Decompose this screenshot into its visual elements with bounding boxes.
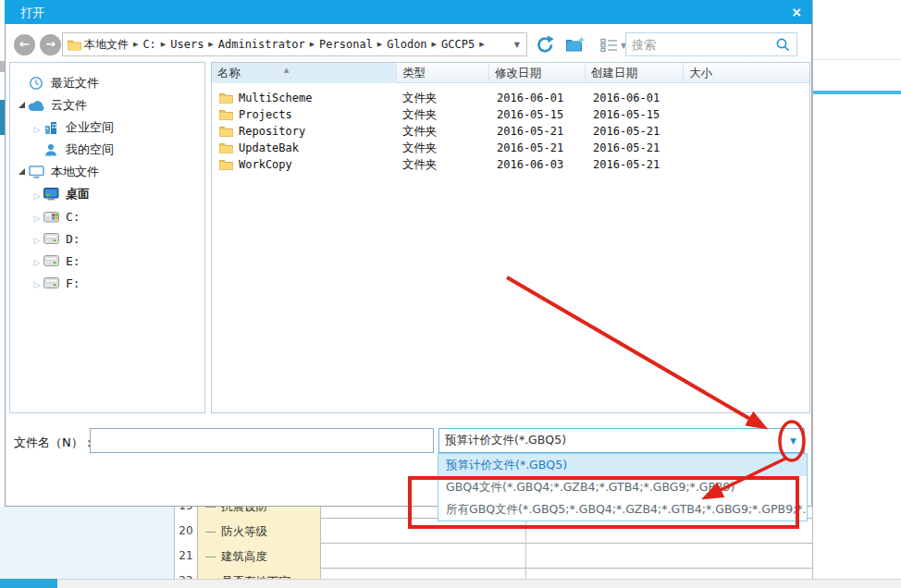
sidebar-item-drive-d[interactable]: D: <box>10 228 204 249</box>
folder-icon <box>68 39 81 51</box>
tree-collapsed-icon[interactable] <box>32 121 42 135</box>
breadcrumb-segment[interactable]: 本地文件 <box>81 37 131 53</box>
row-name: 是否有地下室 <box>198 569 321 579</box>
column-header-created[interactable]: 创建日期 <box>586 63 684 83</box>
sidebar-item-label: D: <box>66 232 80 246</box>
file-row[interactable]: Repository 文件夹 2016-05-21 2016-05-21 <box>212 123 809 140</box>
background-panel <box>0 507 174 579</box>
filetype-option-gbq5[interactable]: 预算计价文件(*.GBQ5) <box>438 454 807 476</box>
drive-icon <box>42 233 60 244</box>
search-input[interactable] <box>626 38 775 52</box>
tree-expanded-icon[interactable] <box>19 168 25 175</box>
computer-icon <box>27 165 45 178</box>
table-row: 21 建筑高度 <box>175 544 812 569</box>
breadcrumb-dropdown-icon[interactable] <box>514 41 520 49</box>
search-icon[interactable] <box>775 37 791 53</box>
column-header-modified[interactable]: 修改日期 <box>489 63 586 83</box>
tree-collapsed-icon[interactable] <box>32 210 42 224</box>
breadcrumb[interactable]: 本地文件 C: Users Administrator Personal Glo… <box>62 32 527 56</box>
column-label: 类型 <box>402 66 426 80</box>
refresh-button[interactable] <box>536 35 555 58</box>
sidebar-item-label: 我的空间 <box>66 141 114 158</box>
drive-c-icon <box>42 211 60 223</box>
row-number: 20 <box>175 519 198 544</box>
dialog-titlebar[interactable]: 打开 <box>5 0 812 24</box>
view-mode-button[interactable] <box>600 38 626 53</box>
file-name: UpdateBak <box>239 141 299 154</box>
file-type: 文件夹 <box>397 107 489 123</box>
tree-collapsed-icon[interactable] <box>32 276 42 290</box>
row-name: 建筑高度 <box>198 544 321 569</box>
file-name-cell[interactable]: Projects <box>212 108 397 121</box>
breadcrumb-separator-icon <box>376 41 384 48</box>
file-name-cell[interactable]: Repository <box>212 125 397 138</box>
file-list-header: 名称 类型 修改日期 创建日期 大小 <box>212 63 809 83</box>
tree-collapsed-icon[interactable] <box>32 254 42 268</box>
tree-connector <box>205 532 216 533</box>
breadcrumb-segment[interactable]: Users <box>167 38 206 51</box>
file-name-cell[interactable]: MultiScheme <box>212 92 397 104</box>
row-number: 21 <box>175 544 198 569</box>
file-row[interactable]: MultiScheme 文件夹 2016-06-01 2016-06-01 <box>212 90 809 106</box>
sidebar-tree: 最近文件 云文件 企业空间 我的空间 本地文件 <box>9 62 205 413</box>
screen: 19 抗震设防 20 防火等级 21 建筑高度 22 是否有地下室 <box>0 0 901 588</box>
filename-input[interactable] <box>90 428 434 453</box>
sidebar-item-label: 桌面 <box>66 186 90 202</box>
chevron-down-icon[interactable] <box>790 436 796 446</box>
sidebar-item-drive-e[interactable]: E: <box>10 251 204 271</box>
new-folder-button[interactable] <box>565 35 586 56</box>
file-name: WorkCopy <box>239 158 292 171</box>
tree-collapsed-icon[interactable] <box>32 232 42 246</box>
row-value <box>321 544 526 569</box>
column-label: 修改日期 <box>495 66 541 80</box>
sidebar-item-label: 本地文件 <box>51 164 99 180</box>
sidebar-item-local-files[interactable]: 本地文件 <box>10 162 204 182</box>
sidebar-item-drive-f[interactable]: F: <box>10 273 204 293</box>
file-created-date: 2016-06-01 <box>586 92 684 104</box>
row-value2 <box>526 544 812 569</box>
breadcrumb-separator-icon <box>308 41 316 48</box>
file-row[interactable]: Projects 文件夹 2016-05-15 2016-05-15 <box>212 106 809 123</box>
file-name-cell[interactable]: WorkCopy <box>212 158 397 171</box>
tree-expanded-icon[interactable] <box>19 102 25 108</box>
column-header-name[interactable]: 名称 <box>212 63 397 83</box>
filetype-option-all-gbq[interactable]: 所有GBQ文件(*.GBQ5;*.GBQ4;*.GZB4;*.GTB4;*.GB… <box>438 498 807 521</box>
column-header-size[interactable]: 大小 <box>684 63 809 83</box>
file-name-cell[interactable]: UpdateBak <box>212 141 397 154</box>
sidebar-item-my-space[interactable]: 我的空间 <box>10 140 204 160</box>
background-taskbar-button[interactable] <box>0 579 57 588</box>
file-created-date: 2016-05-15 <box>586 108 684 121</box>
file-modified-date: 2016-05-21 <box>489 141 586 154</box>
back-button[interactable] <box>14 34 35 55</box>
row-value2 <box>526 569 812 579</box>
column-header-type[interactable]: 类型 <box>397 63 489 83</box>
close-icon[interactable] <box>788 4 805 20</box>
search-box[interactable] <box>625 32 797 56</box>
filetype-dropdown-list: 预算计价文件(*.GBQ5) GBQ4文件(*.GBQ4;*.GZB4;*.GT… <box>438 453 808 521</box>
sidebar-item-cloud-files[interactable]: 云文件 <box>10 95 204 116</box>
sidebar-item-recent-files[interactable]: 最近文件 <box>10 73 204 93</box>
filetype-combobox[interactable]: 预算计价文件(*.GBQ5) <box>438 428 805 453</box>
column-label: 名称 <box>217 66 241 80</box>
sidebar-item-enterprise-space[interactable]: 企业空间 <box>10 117 204 138</box>
sidebar-item-label: 云文件 <box>51 97 87 114</box>
sidebar-item-desktop[interactable]: 桌面 <box>10 184 204 204</box>
tree-collapsed-icon[interactable] <box>32 188 42 202</box>
refresh-icon <box>536 35 555 55</box>
filename-label: 文件名（N）： <box>14 435 95 451</box>
breadcrumb-segment[interactable]: Administrator <box>216 38 308 51</box>
file-row[interactable]: WorkCopy 文件夹 2016-06-03 2016-05-21 <box>212 156 809 173</box>
table-row: 22 是否有地下室 <box>175 569 812 579</box>
forward-button[interactable] <box>40 34 61 55</box>
file-type: 文件夹 <box>397 91 489 106</box>
drive-icon <box>42 277 60 288</box>
breadcrumb-segment[interactable]: GCCP5 <box>438 38 477 51</box>
breadcrumb-segment[interactable]: Glodon <box>384 38 429 51</box>
breadcrumb-segment[interactable]: C: <box>140 38 158 51</box>
person-icon <box>42 143 60 156</box>
folder-icon <box>219 109 233 120</box>
breadcrumb-segment[interactable]: Personal <box>316 38 376 51</box>
sidebar-item-drive-c[interactable]: C: <box>10 206 204 227</box>
file-row[interactable]: UpdateBak 文件夹 2016-05-21 2016-05-21 <box>212 140 809 156</box>
filetype-option-gbq4[interactable]: GBQ4文件(*.GBQ4;*.GZB4;*.GTB4;*.GBG9;*.GPB… <box>438 476 807 498</box>
